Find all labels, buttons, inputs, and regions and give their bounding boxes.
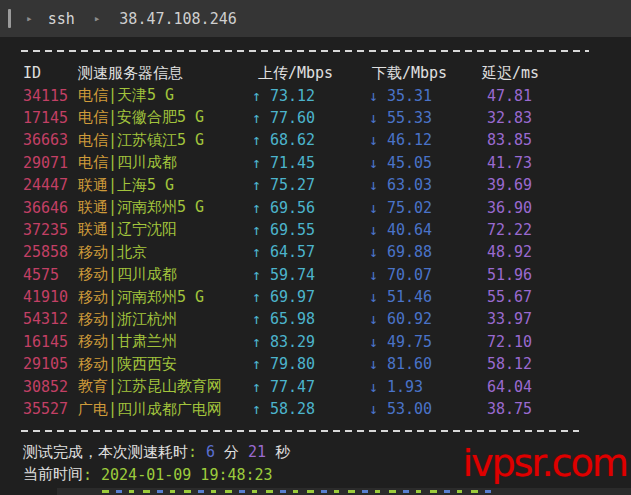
server-location: 安徽合肥5 G	[117, 108, 204, 126]
download-value: 75.02	[387, 199, 432, 217]
download-arrow-icon: ↓	[369, 176, 387, 194]
isp-name: 移动	[78, 355, 108, 373]
upload-value: 59.74	[270, 266, 315, 284]
upload-arrow-icon: ↑	[252, 109, 270, 127]
table-row: 34115电信|天津5 G↑73.12↓35.3147.81	[23, 84, 631, 106]
server-location: 浙江杭州	[117, 310, 177, 328]
download-cell: ↓55.33	[369, 109, 487, 127]
table-row: 4575移动|四川成都↑59.74↓70.0751.96	[23, 264, 631, 286]
download-value: 63.03	[387, 176, 432, 194]
table-row: 29071电信|四川成都↑71.45↓45.0541.73	[23, 152, 631, 174]
isp-name: 电信	[78, 131, 108, 149]
upload-cell: ↑58.28	[252, 400, 369, 418]
terminal-titlebar[interactable]: ▸ ssh ▸ 38.47.108.246	[0, 0, 631, 37]
header-server-info: 测速服务器信息	[78, 64, 252, 83]
download-arrow-icon: ↓	[369, 154, 387, 172]
pipe-separator: |	[108, 400, 117, 418]
upload-cell: ↑65.98	[252, 310, 369, 328]
header-latency: 延迟/ms	[482, 64, 552, 83]
table-row: 29105移动|陕西西安↑79.80↓81.6058.12	[23, 353, 631, 375]
download-cell: ↓40.64	[369, 221, 487, 239]
server-location: 天津5 G	[117, 86, 174, 104]
download-value: 46.12	[387, 131, 432, 149]
pipe-separator: |	[108, 310, 117, 328]
download-arrow-icon: ↓	[369, 266, 387, 284]
server-id: 24447	[23, 176, 78, 194]
server-id: 29105	[23, 355, 78, 373]
download-arrow-icon: ↓	[369, 333, 387, 351]
upload-cell: ↑71.45	[252, 154, 369, 172]
server-info: 联通|河南郑州5 G	[78, 198, 252, 217]
latency-value: 38.75	[487, 400, 557, 418]
server-location: 陕西西安	[117, 355, 177, 373]
server-id: 16145	[23, 333, 78, 351]
upload-value: 64.57	[270, 243, 315, 261]
latency-value: 72.10	[487, 333, 557, 351]
upload-arrow-icon: ↑	[252, 176, 270, 194]
table-row: 36663电信|江苏镇江5 G↑68.62↓46.1283.85	[23, 129, 631, 151]
download-value: 1.93	[387, 378, 423, 396]
server-info: 移动|浙江杭州	[78, 310, 252, 329]
pipe-separator: |	[108, 288, 117, 306]
server-location: 四川成都	[117, 153, 177, 171]
pipe-separator: |	[108, 176, 117, 194]
download-cell: ↓63.03	[369, 176, 487, 194]
breadcrumb-host-address: 38.47.108.246	[119, 10, 236, 28]
upload-cell: ↑68.62	[252, 131, 369, 149]
pipe-separator: |	[108, 332, 117, 350]
upload-value: 75.27	[270, 176, 315, 194]
upload-cell: ↑73.12	[252, 87, 369, 105]
server-id: 54312	[23, 310, 78, 328]
upload-arrow-icon: ↑	[252, 266, 270, 284]
server-info: 广电|四川成都广电网	[78, 400, 252, 419]
download-cell: ↓35.31	[369, 87, 487, 105]
server-location: 四川成都广电网	[117, 400, 222, 418]
summary-label: 测试完成，本次测速耗时	[23, 443, 188, 462]
ivpsr-watermark-logo: ivpsr.com	[463, 444, 627, 482]
download-cell: ↓49.75	[369, 333, 487, 351]
upload-value: 69.55	[270, 221, 315, 239]
summary-colon: :	[188, 443, 197, 461]
download-value: 81.60	[387, 355, 432, 373]
upload-cell: ↑83.29	[252, 333, 369, 351]
server-location: 河南郑州5 G	[117, 288, 204, 306]
breadcrumb-arrow-icon: ▸	[94, 12, 101, 25]
pipe-separator: |	[108, 377, 117, 395]
pipe-separator: |	[108, 220, 117, 238]
table-row: 24447联通|上海5 G↑75.27↓63.0339.69	[23, 174, 631, 196]
terminal-output-area[interactable]: ID 测速服务器信息 上传/Mbps 下载/Mbps 延迟/ms 34115电信…	[0, 37, 631, 495]
latency-value: 41.73	[487, 154, 557, 172]
upload-value: 69.56	[270, 199, 315, 217]
table-row: 30852教育|江苏昆山教育网↑77.47↓1.9364.04	[23, 375, 631, 397]
upload-arrow-icon: ↑	[252, 355, 270, 373]
upload-value: 69.97	[270, 288, 315, 306]
header-id: ID	[23, 64, 78, 82]
time-label: 当前时间	[23, 465, 83, 484]
dashed-separator-bottom	[21, 430, 579, 432]
server-info: 教育|江苏昆山教育网	[78, 377, 252, 396]
isp-name: 电信	[78, 153, 108, 171]
download-arrow-icon: ↓	[369, 221, 387, 239]
download-arrow-icon: ↓	[369, 400, 387, 418]
download-value: 53.00	[387, 400, 432, 418]
latency-value: 64.04	[487, 378, 557, 396]
isp-name: 移动	[78, 288, 108, 306]
server-id: 30852	[23, 378, 78, 396]
breadcrumb-ssh-label: ssh	[48, 10, 75, 28]
download-value: 70.07	[387, 266, 432, 284]
download-value: 69.88	[387, 243, 432, 261]
server-id: 36663	[23, 131, 78, 149]
pipe-separator: |	[108, 108, 117, 126]
download-value: 60.92	[387, 310, 432, 328]
download-value: 49.75	[387, 333, 432, 351]
download-arrow-icon: ↓	[369, 109, 387, 127]
latency-value: 39.69	[487, 176, 557, 194]
server-location: 河南郑州5 G	[117, 198, 204, 216]
server-location: 上海5 G	[117, 176, 174, 194]
latency-value: 51.96	[487, 266, 557, 284]
server-info: 移动|四川成都	[78, 265, 252, 284]
server-info: 移动|河南郑州5 G	[78, 288, 252, 307]
latency-value: 58.12	[487, 355, 557, 373]
download-arrow-icon: ↓	[369, 199, 387, 217]
table-row: 54312移动|浙江杭州↑65.98↓60.9233.97	[23, 308, 631, 330]
